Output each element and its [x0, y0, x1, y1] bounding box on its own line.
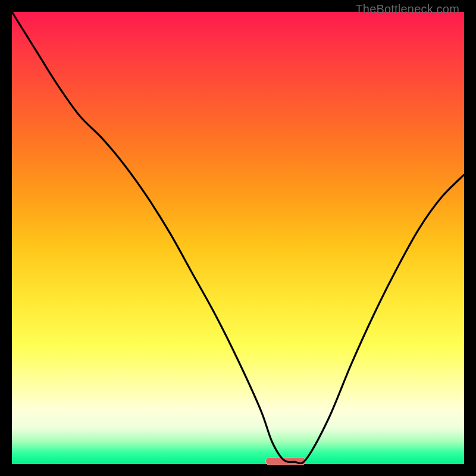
chart-frame	[12, 12, 464, 464]
bottleneck-curve	[12, 12, 464, 464]
watermark-text: TheBottleneck.com	[355, 2, 459, 16]
